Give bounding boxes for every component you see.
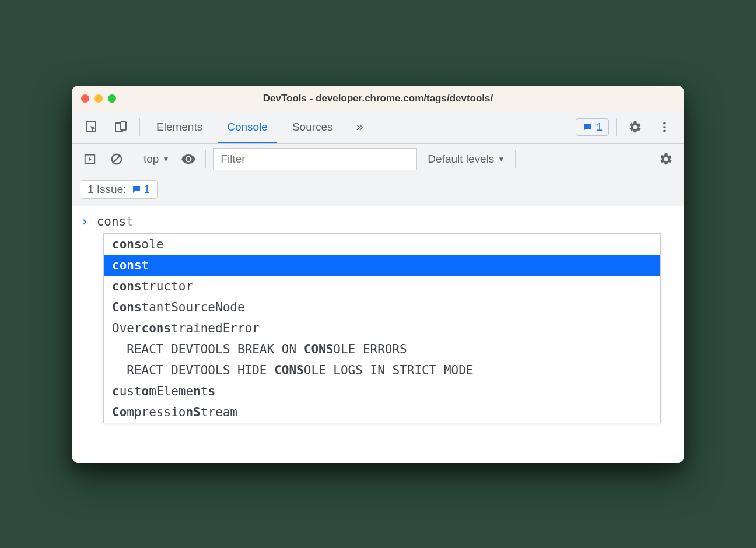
filter-input[interactable] xyxy=(213,148,417,170)
autocomplete-item[interactable]: const xyxy=(104,255,660,276)
settings-icon[interactable] xyxy=(624,111,647,143)
autocomplete-item[interactable]: customElements xyxy=(104,381,660,402)
autocomplete-popup: consoleconstconstructorConstantSourceNod… xyxy=(103,233,661,423)
ghost-completion: t xyxy=(126,215,134,229)
maximize-window-button[interactable] xyxy=(108,94,116,103)
tab-label: Console xyxy=(227,121,268,134)
clear-console-icon[interactable] xyxy=(107,149,127,169)
autocomplete-item[interactable]: CompressionStream xyxy=(104,402,660,423)
separator xyxy=(515,150,516,168)
svg-rect-2 xyxy=(121,122,126,130)
tab-sources[interactable]: Sources xyxy=(283,111,342,143)
separator xyxy=(205,150,206,168)
issues-count: 1 xyxy=(144,183,150,196)
tab-console[interactable]: Console xyxy=(218,111,277,143)
issues-badge[interactable]: 1 Issue: 1 xyxy=(80,180,158,199)
chevron-down-icon: ▼ xyxy=(498,155,505,163)
tab-label: Elements xyxy=(156,121,202,134)
levels-label: Default levels xyxy=(428,153,494,166)
tab-label: Sources xyxy=(292,121,333,134)
issues-row: 1 Issue: 1 xyxy=(72,175,684,206)
autocomplete-item[interactable]: __REACT_DEVTOOLS_HIDE_CONSOLE_LOGS_IN_ST… xyxy=(104,360,660,381)
prompt-input-text: const xyxy=(97,215,134,229)
svg-line-8 xyxy=(114,156,120,163)
svg-point-3 xyxy=(663,122,666,125)
tabs-bar: Elements Console Sources » 1 xyxy=(72,111,684,144)
feedback-count: 1 xyxy=(596,121,603,134)
context-selector[interactable]: top ▼ xyxy=(141,153,172,166)
console-toolbar: top ▼ Default levels ▼ xyxy=(72,144,684,175)
chevron-down-icon: ▼ xyxy=(162,155,169,163)
window-title: DevTools - developer.chrome.com/tags/dev… xyxy=(81,93,675,104)
autocomplete-item[interactable]: constructor xyxy=(104,276,660,297)
traffic-lights xyxy=(81,94,116,103)
autocomplete-item[interactable]: console xyxy=(104,234,660,255)
close-window-button[interactable] xyxy=(81,94,89,103)
issues-label: 1 Issue: xyxy=(88,183,127,196)
toggle-sidebar-icon[interactable] xyxy=(80,149,100,169)
console-prompt[interactable]: › const xyxy=(72,212,684,233)
separator xyxy=(134,150,134,168)
context-label: top xyxy=(144,153,159,166)
console-settings-icon[interactable] xyxy=(656,149,676,169)
device-toggle-icon[interactable] xyxy=(109,111,132,143)
live-expression-icon[interactable] xyxy=(178,149,198,169)
title-bar: DevTools - developer.chrome.com/tags/dev… xyxy=(72,86,684,111)
svg-point-4 xyxy=(663,126,666,128)
devtools-window: DevTools - developer.chrome.com/tags/dev… xyxy=(72,86,684,463)
log-levels-selector[interactable]: Default levels ▼ xyxy=(424,153,508,166)
autocomplete-item[interactable]: ConstantSourceNode xyxy=(104,297,660,318)
more-tabs-icon[interactable]: » xyxy=(348,111,372,143)
prompt-arrow-icon: › xyxy=(81,215,89,229)
chat-icon xyxy=(582,122,593,132)
autocomplete-item[interactable]: __REACT_DEVTOOLS_BREAK_ON_CONSOLE_ERRORS… xyxy=(104,339,660,360)
tab-elements[interactable]: Elements xyxy=(147,111,212,143)
inspect-icon[interactable] xyxy=(80,111,103,143)
kebab-menu-icon[interactable] xyxy=(653,111,676,143)
svg-point-5 xyxy=(663,130,666,132)
autocomplete-item[interactable]: OverconstrainedError xyxy=(104,318,660,339)
minimize-window-button[interactable] xyxy=(94,94,103,103)
separator xyxy=(139,118,140,136)
feedback-badge[interactable]: 1 xyxy=(576,118,609,136)
console-body: › const consoleconstconstructorConstantS… xyxy=(72,206,684,463)
chat-icon xyxy=(131,184,142,195)
separator xyxy=(616,118,617,136)
typed-chars: cons xyxy=(97,215,127,229)
